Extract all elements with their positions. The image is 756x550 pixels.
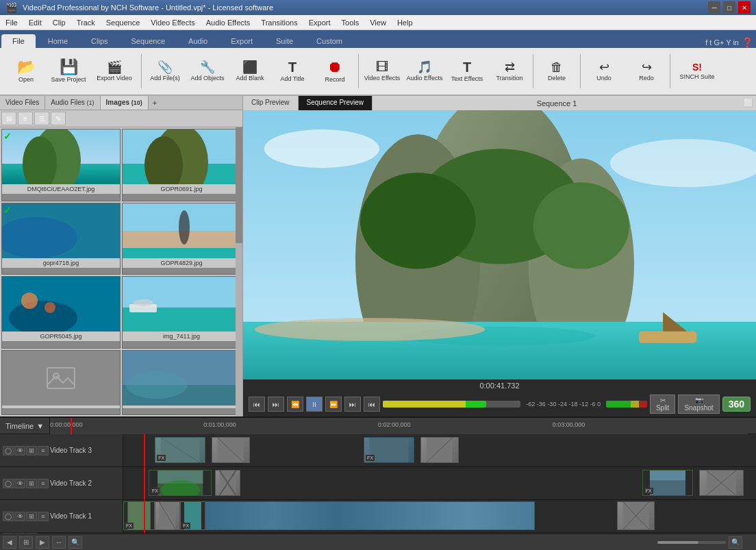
clip-v1-1[interactable]: FX: [123, 501, 155, 530]
text-effects-button[interactable]: T Text Effects: [446, 51, 488, 92]
menu-transitions[interactable]: Transitions: [255, 17, 303, 28]
nch-suite-button[interactable]: S! S!NCH Suite: [673, 51, 721, 92]
track-link-btn-1[interactable]: ⊞: [26, 512, 37, 521]
media-item-4[interactable]: GOPR4829.jpg: [122, 203, 241, 275]
maximize-button[interactable]: □: [723, 1, 735, 14]
expand-preview-button[interactable]: ⬜: [741, 96, 756, 110]
prev-frame-button[interactable]: ⏭: [268, 397, 284, 412]
minimize-button[interactable]: ─: [708, 1, 720, 14]
media-item-1[interactable]: ✓ DMQt6CiUEAAO2ET.jpg: [1, 129, 121, 201]
tab-audio[interactable]: Audio: [177, 34, 218, 48]
pause-button[interactable]: ⏸: [306, 397, 323, 412]
panel-view-btn-2[interactable]: ≡: [18, 112, 33, 125]
tab-images[interactable]: Images (10): [101, 96, 149, 110]
track-lock-audio[interactable]: 👁: [14, 533, 25, 534]
clip-v1-sequence[interactable]: [205, 501, 534, 530]
playback-progress[interactable]: [383, 401, 520, 408]
clip-v2-3[interactable]: [699, 470, 744, 496]
clip-v1-2[interactable]: [155, 501, 180, 530]
tab-sequence-preview[interactable]: Sequence Preview: [299, 96, 373, 110]
track-mute-btn-1[interactable]: ◯: [3, 512, 14, 521]
go-start-button[interactable]: ⏮: [249, 397, 265, 412]
menu-view[interactable]: View: [364, 17, 392, 28]
track-lock-btn-1[interactable]: 👁: [14, 512, 25, 521]
snapshot-button[interactable]: 📷 Snapshot: [678, 395, 719, 414]
audio-effects-button[interactable]: 🎵 Audio Effects: [404, 51, 445, 92]
menu-export[interactable]: Export: [303, 17, 336, 28]
track-solo-btn-1[interactable]: ≡: [38, 512, 49, 521]
open-button[interactable]: 📂 Open: [5, 51, 47, 92]
track-link-btn-2[interactable]: ⊞: [26, 479, 37, 488]
tab-file[interactable]: File: [1, 34, 36, 48]
go-end-button[interactable]: ⏮: [364, 397, 380, 412]
clip-v1-3[interactable]: FX: [180, 501, 205, 530]
menu-track[interactable]: Track: [71, 17, 101, 28]
track-solo-btn-2[interactable]: ≡: [38, 479, 49, 488]
tab-suite[interactable]: Suite: [265, 34, 304, 48]
tl-zoom-out[interactable]: 🔍: [729, 536, 742, 549]
menu-tools[interactable]: Tools: [336, 17, 365, 28]
track-solo-btn-3[interactable]: ≡: [38, 446, 49, 455]
track-mute-audio[interactable]: ◯: [3, 533, 14, 534]
tab-export[interactable]: Export: [220, 34, 264, 48]
menu-sequence[interactable]: Sequence: [101, 17, 146, 28]
save-project-button[interactable]: 💾 Save Project: [48, 51, 89, 92]
clip-v2-1[interactable]: FX: [149, 470, 212, 496]
btn-360[interactable]: 360: [722, 397, 751, 412]
zoom-slider[interactable]: [657, 541, 726, 544]
tab-clips[interactable]: Clips: [80, 34, 118, 48]
tab-sequence[interactable]: Sequence: [121, 34, 177, 48]
track-link-audio[interactable]: ⊞: [26, 533, 37, 534]
transition-button[interactable]: ⇄ Transition: [489, 51, 530, 92]
media-item-2[interactable]: GOPR0691.jpg: [122, 129, 241, 201]
track-mute-btn-2[interactable]: ◯: [3, 479, 14, 488]
tl-btn-3[interactable]: ▶: [36, 536, 49, 549]
add-files-button[interactable]: 📎 Add File(s): [144, 51, 186, 92]
video-effects-button[interactable]: 🎞 Video Effects: [362, 51, 403, 92]
media-item-8[interactable]: [122, 350, 241, 416]
play-button[interactable]: ⏩: [325, 397, 342, 412]
media-item-5[interactable]: GOPR5045.jpg: [1, 276, 121, 349]
tab-home[interactable]: Home: [37, 34, 79, 48]
undo-button[interactable]: ↩ Undo: [583, 51, 625, 92]
clip-v3-3[interactable]: FX: [364, 437, 414, 463]
next-frame-button[interactable]: ⏭: [344, 397, 361, 412]
tl-btn-2[interactable]: ⊞: [19, 536, 33, 549]
media-item-6[interactable]: img_7411.jpg: [122, 276, 241, 349]
add-title-button[interactable]: T Add Title: [272, 51, 313, 92]
add-blank-button[interactable]: ⬛ Add Blank: [229, 51, 270, 92]
tl-btn-4[interactable]: ↔: [52, 536, 66, 549]
panel-view-btn-3[interactable]: ☰: [34, 112, 49, 125]
tl-btn-1[interactable]: ◀: [3, 536, 16, 549]
track-lock-btn-2[interactable]: 👁: [14, 479, 25, 488]
track-lock-btn-3[interactable]: 👁: [14, 446, 25, 455]
media-item-7[interactable]: [1, 350, 121, 416]
media-item-3[interactable]: ✓ gopr4718.jpg: [1, 203, 121, 275]
add-objects-button[interactable]: 🔧 Add Objects: [187, 51, 228, 92]
tab-video-files[interactable]: Video Files: [0, 96, 45, 110]
clip-v3-1[interactable]: FX: [155, 437, 205, 463]
help-icon[interactable]: ❓: [742, 37, 753, 48]
clip-v1-end[interactable]: [617, 501, 655, 530]
tab-audio-files[interactable]: Audio Files (1): [45, 96, 100, 110]
menu-edit[interactable]: Edit: [23, 17, 47, 28]
panel-scrollbar[interactable]: [236, 127, 242, 416]
export-video-button[interactable]: 🎬 Export Video: [90, 51, 138, 92]
track-link-btn-3[interactable]: ⊞: [26, 446, 37, 455]
window-controls[interactable]: ─ □ ✕: [708, 1, 751, 14]
timeline-dropdown-icon[interactable]: ▼: [36, 422, 44, 430]
tab-clip-preview[interactable]: Clip Preview: [243, 96, 299, 110]
record-button[interactable]: ⏺ Record: [314, 51, 355, 92]
close-button[interactable]: ✕: [738, 1, 751, 14]
menu-audio-effects[interactable]: Audio Effects: [201, 17, 256, 28]
menu-file[interactable]: File: [0, 17, 23, 28]
tl-btn-5[interactable]: 🔍: [68, 536, 82, 549]
clip-v2-2[interactable]: FX: [642, 470, 693, 496]
tab-custom[interactable]: Custom: [305, 34, 353, 48]
redo-button[interactable]: ↪ Redo: [626, 51, 667, 92]
clip-v2-cut[interactable]: [215, 470, 240, 496]
add-tab-button[interactable]: +: [149, 96, 161, 110]
track-mute-btn-3[interactable]: ◯: [3, 446, 14, 455]
panel-view-btn-1[interactable]: ⊞: [1, 112, 16, 125]
rewind-button[interactable]: ⏪: [287, 397, 303, 412]
